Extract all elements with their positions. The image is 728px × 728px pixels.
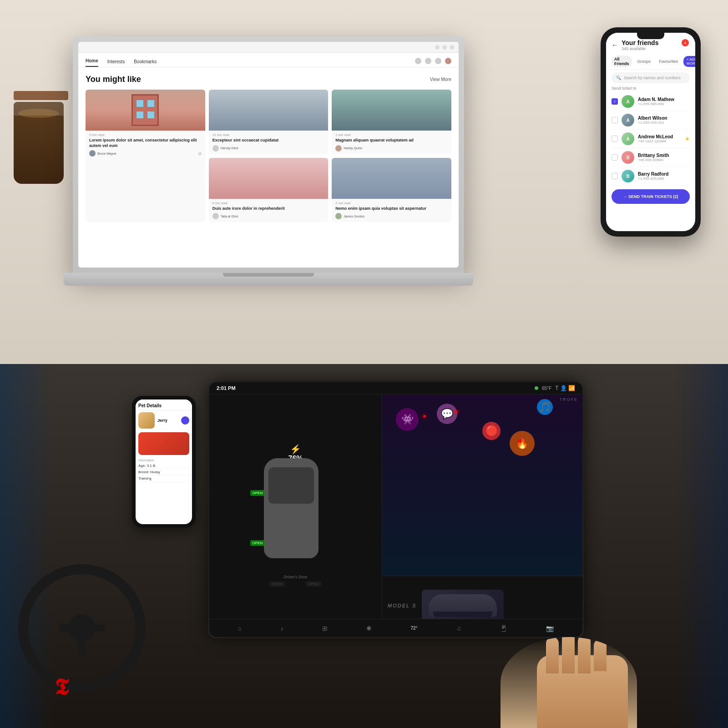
card-5[interactable]: 2 min read Nemo enim ipsam quia voluptas…	[332, 158, 451, 222]
card-3-content: 2 min read Magnam aliquam quaerat volupt…	[332, 131, 451, 154]
contact-checkbox-3[interactable]	[612, 136, 618, 142]
tab-all-friends[interactable]: All Friends	[612, 56, 632, 67]
send-train-tickets-button[interactable]: → SEND TRAIN TICKETS (2)	[612, 189, 690, 204]
tesla-logo: 𝕿	[55, 674, 69, 701]
card-1-image	[86, 90, 205, 131]
add-icon[interactable]	[435, 58, 441, 64]
card-1-title: Lorem ipsum dolor sit amet, consectetur …	[89, 138, 202, 148]
view-more-link[interactable]: View More	[430, 77, 451, 82]
contact-item-2[interactable]: A Albert Wilson +1-555-425-314	[612, 111, 690, 130]
card-2-content: 13 min read Excepteur sint occaecat cupi…	[209, 131, 329, 154]
tesla-screen[interactable]: 2:01 PM 65°F T 👤 📶 ⚡ 76%	[209, 382, 582, 637]
tesla-grid-icon[interactable]: ⊞	[322, 625, 328, 632]
search-icon[interactable]	[415, 58, 421, 64]
tesla-volume-icon[interactable]: ♫	[456, 625, 461, 632]
contact-item-3[interactable]: A Andrew McLeod +44 1922 192888 ★	[612, 130, 690, 148]
contact-item[interactable]: ✓ A Adam N. Mathew +1-555-585-896	[612, 92, 690, 111]
card-2-author: Harvey Dent	[212, 145, 238, 152]
game-character-2: 💬	[437, 404, 457, 424]
add-more-button[interactable]: + ADD MORE	[683, 56, 695, 67]
phone-notch	[637, 33, 664, 39]
nav-tab-bookmarks[interactable]: Bookmarks	[134, 59, 157, 67]
phone-title: Your friends	[622, 39, 658, 46]
pet-header: Pet Details	[136, 399, 192, 410]
contact-avatar-4: B	[622, 151, 634, 164]
titlebar-btn-close[interactable]	[435, 45, 440, 50]
pet-name-label: Jerry	[157, 418, 167, 423]
drivers-door-label: Driver's Door	[259, 575, 332, 579]
tesla-home-icon[interactable]: ⌂	[238, 625, 242, 632]
card-4[interactable]: 6 min read Duis aute irure dolor in repr…	[209, 158, 329, 222]
contact-item-5[interactable]: B Barry Radford +1-555-425-896	[612, 167, 690, 186]
model-car-image	[422, 590, 504, 622]
pet-details-title: Pet Details	[138, 403, 189, 408]
hand-area	[500, 637, 637, 728]
contact-info-3: Andrew McLeod +44 1922 192888	[638, 134, 681, 143]
contact-checkbox-2[interactable]	[612, 117, 618, 123]
pet-phone-screen: Pet Details Jerry Information Age: 3.1 B	[136, 399, 192, 524]
tab-groups[interactable]: Groups	[635, 58, 654, 65]
card-1-meta: 5 min read	[89, 133, 202, 136]
car-top-view	[264, 458, 318, 558]
nav-tab-interests[interactable]: Interests	[107, 59, 125, 67]
contact-name-3: Andrew McLeod	[638, 134, 681, 139]
card-5-image	[332, 158, 451, 199]
game-character-3: 🔴	[482, 422, 500, 440]
card-1[interactable]: 5 min read Lorem ipsum dolor sit amet, c…	[86, 90, 205, 222]
laptop-screen: Home Interests Bookmarks You might like …	[78, 42, 459, 268]
laser-dot-1	[423, 415, 426, 418]
contact-phone-5: +1-555-425-896	[638, 177, 690, 181]
tesla-music-icon[interactable]: ♪	[280, 625, 283, 632]
tesla-phone-icon[interactable]: 📱	[500, 625, 507, 632]
card-4-author-name: Talia al Ghul	[221, 215, 238, 218]
card-2[interactable]: 13 min read Excepteur sint occaecat cupi…	[209, 90, 329, 154]
model-name: MODEL S	[388, 603, 416, 608]
contact-checkbox-5[interactable]	[612, 173, 618, 179]
card-3-meta: 2 min read	[335, 133, 448, 136]
card-5-author-name: James Gordon	[344, 215, 364, 218]
finger-2	[562, 637, 575, 673]
cards-grid: 5 min read Lorem ipsum dolor sit amet, c…	[86, 90, 451, 222]
tesla-nav-icon-top: T 👤 📶	[555, 385, 575, 391]
titlebar	[78, 42, 459, 53]
card-1-author: Bruce Wayne	[89, 150, 116, 157]
search-bar[interactable]: 🔍 Search by names and numbers	[612, 72, 690, 83]
pet-field-3: Training	[138, 475, 189, 482]
contact-name-1: Adam N. Mathew	[638, 97, 690, 102]
contact-phone-4: +46 208 209Mo	[638, 158, 690, 162]
tesla-temperature: 65°F	[542, 386, 551, 391]
contact-item-4[interactable]: B Brittany Smith +46 208 209Mo	[612, 148, 690, 167]
nav-tab-home[interactable]: Home	[86, 58, 98, 67]
back-icon[interactable]: ←	[612, 41, 618, 49]
pet-edit-button[interactable]	[181, 416, 189, 425]
notifications-icon[interactable]	[425, 58, 431, 64]
pet-info-section: Information Age: 3.1 B Breed: Husky Trai…	[136, 457, 192, 484]
contact-checkbox-4[interactable]	[612, 154, 618, 161]
door-open-label-front: OPEN	[250, 490, 265, 496]
tesla-left-panel: ⚡ 76% OPEN OPEN Driver's Door OPEN	[209, 394, 382, 636]
card-1-bookmark[interactable]: ⊘	[198, 151, 202, 156]
door-open-label-rear: OPEN	[250, 540, 265, 546]
card-2-title: Excepteur sint occaecat cupidatat	[212, 138, 325, 143]
titlebar-btn-min[interactable]	[442, 45, 447, 50]
steering-wheel	[18, 564, 146, 692]
contact-avatar-5: B	[622, 170, 634, 182]
tesla-main: ⚡ 76% OPEN OPEN Driver's Door OPEN	[209, 394, 582, 636]
card-3-author-row: Harley Quinn	[335, 145, 448, 152]
game-character-1: 👾	[396, 408, 419, 431]
bottom-half: 𝕿 Pet Details Jerry Information	[0, 364, 728, 728]
cup-lid	[14, 91, 68, 100]
laser-dot-3	[519, 440, 521, 443]
contact-name-2: Albert Wilson	[638, 116, 690, 121]
contact-checkbox-1[interactable]: ✓	[612, 98, 618, 105]
tesla-settings-icon[interactable]: ✱	[366, 625, 372, 632]
tesla-camera-icon[interactable]: 📷	[546, 625, 554, 632]
game-scene[interactable]: 👾 💬 🔴 🔥 🎵 TROFE	[382, 394, 582, 576]
card-4-content: 6 min read Duis aute irure dolor in repr…	[209, 199, 329, 222]
user-avatar[interactable]	[445, 58, 451, 64]
tab-favourites[interactable]: Favourites	[656, 58, 681, 65]
door-state-1: OPEN	[269, 581, 285, 587]
card-3[interactable]: 2 min read Magnam aliquam quaerat volupt…	[332, 90, 451, 154]
titlebar-btn-max[interactable]	[450, 45, 454, 50]
card-2-meta: 13 min read	[212, 133, 325, 136]
